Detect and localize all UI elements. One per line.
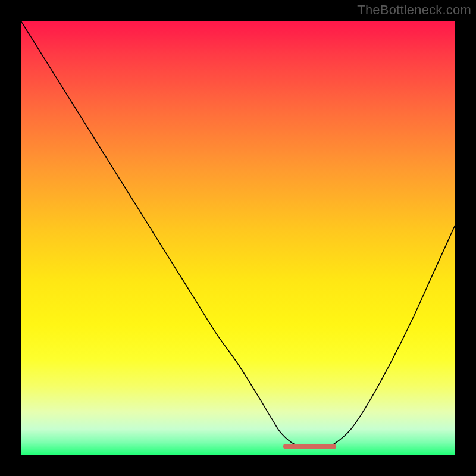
plot-area xyxy=(21,21,455,455)
bottleneck-curve xyxy=(21,21,455,447)
chart-frame: TheBottleneck.com xyxy=(0,0,476,476)
chart-svg xyxy=(21,21,455,455)
watermark-text: TheBottleneck.com xyxy=(357,2,471,18)
